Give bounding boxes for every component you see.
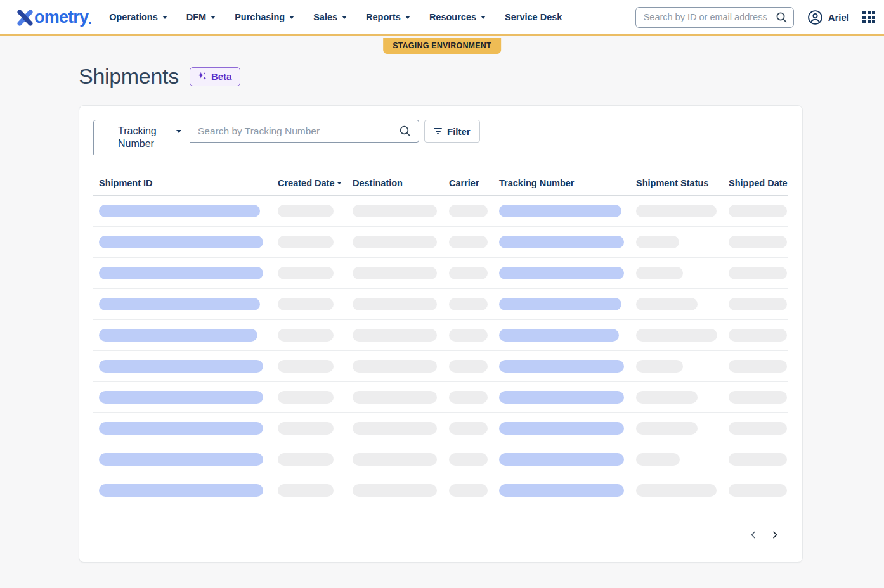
table-cell	[449, 360, 499, 373]
nav-item-service-desk[interactable]: Service Desk	[505, 12, 562, 22]
user-menu[interactable]: Ariel	[807, 10, 849, 25]
table-cell	[499, 236, 636, 248]
skeleton-bar	[449, 267, 488, 279]
xometry-logo[interactable]: ometry	[15, 8, 91, 27]
avatar-icon	[807, 10, 823, 25]
skeleton-bar	[636, 205, 717, 217]
column-header-label: Shipment Status	[636, 178, 708, 188]
skeleton-bar	[449, 422, 488, 435]
table-cell	[99, 422, 278, 435]
skeleton-bar	[636, 329, 717, 342]
nav-item-resources[interactable]: Resources	[429, 12, 486, 22]
nav-item-sales[interactable]: Sales	[313, 12, 347, 22]
skeleton-bar	[99, 236, 263, 248]
filter-button[interactable]: Filter	[424, 120, 480, 143]
table-cell	[449, 422, 499, 435]
table-row	[93, 475, 788, 506]
chevron-down-icon	[289, 16, 294, 19]
skeleton-bar	[449, 298, 488, 310]
filter-button-label: Filter	[447, 126, 471, 137]
table-cell	[499, 453, 636, 466]
table-cell	[636, 360, 729, 373]
shipments-table: Shipment IDCreated DateDestinationCarrie…	[93, 178, 788, 506]
staging-environment-badge: STAGING ENVIRONMENT	[383, 38, 501, 54]
tracking-search-input[interactable]	[190, 120, 419, 143]
table-cell	[353, 236, 449, 248]
search-icon[interactable]	[776, 11, 788, 23]
nav-item-operations[interactable]: Operations	[109, 12, 167, 22]
skeleton-bar	[278, 205, 334, 217]
nav-item-purchasing[interactable]: Purchasing	[235, 12, 294, 22]
table-cell	[449, 205, 499, 217]
previous-page-button[interactable]	[746, 528, 760, 542]
skeleton-bar	[449, 360, 488, 373]
table-cell	[499, 329, 636, 342]
table-cell	[449, 298, 499, 310]
chevron-right-icon	[770, 530, 780, 540]
nav-item-label: Sales	[313, 12, 337, 22]
nav-item-dfm[interactable]: DFM	[186, 12, 216, 22]
skeleton-bar	[729, 484, 787, 497]
skeleton-bar	[353, 236, 437, 248]
skeleton-bar	[499, 205, 621, 217]
skeleton-bar	[449, 453, 488, 466]
tracking-search	[190, 120, 419, 143]
primary-nav: OperationsDFMPurchasingSalesReportsResou…	[109, 12, 562, 22]
table-cell	[99, 267, 278, 279]
table-cell	[729, 236, 790, 248]
skeleton-bar	[636, 453, 680, 466]
next-page-button[interactable]	[768, 528, 782, 542]
skeleton-bar	[729, 267, 787, 279]
column-header-created-date[interactable]: Created Date	[278, 178, 353, 188]
global-search-input[interactable]	[635, 7, 794, 28]
table-cell	[99, 236, 278, 248]
column-header-label: Shipment ID	[99, 178, 153, 188]
skeleton-bar	[449, 236, 488, 248]
nav-item-reports[interactable]: Reports	[366, 12, 410, 22]
skeleton-bar	[99, 267, 263, 279]
skeleton-bar	[636, 267, 683, 279]
column-header-destination: Destination	[353, 178, 449, 188]
skeleton-bar	[99, 360, 263, 373]
apps-grid-icon[interactable]	[862, 11, 875, 23]
global-search	[635, 7, 794, 28]
table-cell	[278, 391, 353, 404]
skeleton-bar	[99, 422, 263, 435]
filter-bar: Tracking Number Filter	[93, 120, 788, 155]
skeleton-bar	[278, 422, 334, 435]
search-icon[interactable]	[399, 125, 412, 137]
table-cell	[449, 391, 499, 404]
table-row	[93, 351, 788, 382]
skeleton-bar	[729, 329, 787, 342]
table-cell	[636, 391, 729, 404]
skeleton-bar	[278, 391, 334, 404]
skeleton-bar	[353, 391, 437, 404]
chevron-down-icon	[176, 130, 181, 133]
table-cell	[278, 236, 353, 248]
nav-item-label: DFM	[186, 12, 206, 22]
nav-item-label: Service Desk	[505, 12, 562, 22]
column-header-label: Created Date	[278, 178, 334, 188]
table-cell	[729, 391, 790, 404]
chevron-down-icon	[342, 16, 347, 19]
table-cell	[353, 484, 449, 497]
table-cell	[636, 236, 729, 248]
sparkles-icon	[197, 72, 207, 81]
search-category-select[interactable]: Tracking Number	[93, 120, 190, 155]
skeleton-bar	[729, 205, 787, 217]
page-title: Shipments	[79, 64, 179, 89]
skeleton-bar	[353, 267, 437, 279]
skeleton-bar	[499, 236, 624, 248]
table-cell	[353, 453, 449, 466]
table-cell	[99, 391, 278, 404]
table-cell	[729, 205, 790, 217]
skeleton-bar	[729, 391, 787, 404]
skeleton-bar	[729, 422, 787, 435]
table-cell	[729, 329, 790, 342]
filter-icon	[434, 128, 442, 134]
table-row	[93, 444, 788, 475]
top-nav: ometry OperationsDFMPurchasingSalesRepor…	[0, 0, 884, 36]
skeleton-bar	[278, 484, 334, 497]
skeleton-bar	[499, 484, 624, 497]
table-cell	[353, 267, 449, 279]
